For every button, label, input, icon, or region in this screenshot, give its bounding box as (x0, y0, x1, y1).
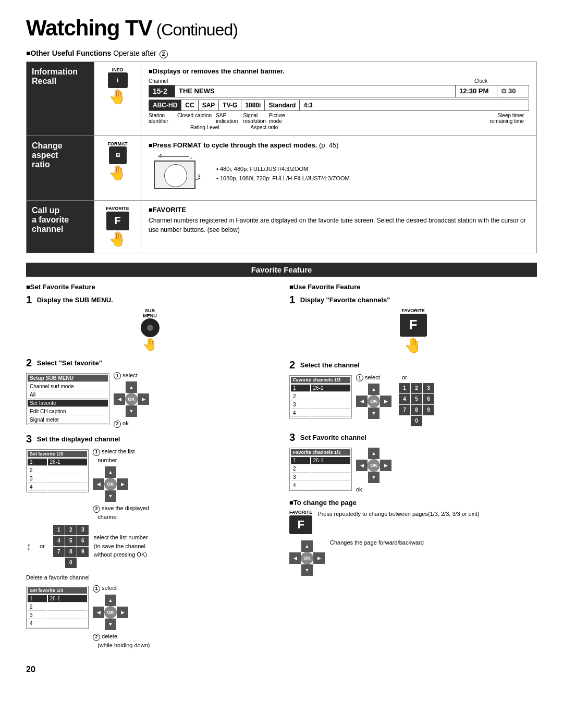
unum-5[interactable]: 5 (411, 394, 422, 404)
num-9[interactable]: 9 (77, 547, 89, 557)
dpad-ok-3[interactable]: OK (104, 478, 117, 490)
dpad-down-cp[interactable]: ▼ (301, 564, 313, 576)
dpad-down[interactable]: ▼ (126, 405, 137, 417)
menu-item-1[interactable]: Channel surf mode (28, 383, 108, 390)
fav-row-3[interactable]: 3 (28, 475, 47, 483)
dpad-right-u2[interactable]: ▶ (380, 396, 391, 407)
use-row-3[interactable]: 3 (291, 401, 310, 409)
unum-9[interactable]: 9 (423, 405, 434, 415)
change-page-desc2: Changes the page forward/backward (330, 538, 424, 547)
set-step3-num: 3 (26, 433, 32, 445)
menu-item-set-fav[interactable]: Set favorite (28, 400, 108, 407)
format-button[interactable]: ⊞ (109, 146, 127, 164)
dpad-use-step2[interactable]: ▲ ◀ OK ▶ ▼ (356, 384, 391, 419)
dpad-right-del[interactable]: ▶ (117, 607, 128, 618)
dpad-left-u2[interactable]: ◀ (356, 396, 368, 407)
change-aspect-label: Change aspect ratio (27, 135, 94, 200)
circle-2: 2 (160, 50, 168, 58)
use3-row-1[interactable]: 1 (291, 457, 310, 464)
unum-2[interactable]: 2 (411, 383, 422, 393)
num-5[interactable]: 5 (65, 536, 77, 546)
unum-8[interactable]: 8 (411, 405, 422, 415)
dpad-step3[interactable]: ▲ ◀ OK ▶ ▼ (93, 466, 128, 502)
dpad-down-u2[interactable]: ▼ (368, 408, 380, 419)
dpad-up-u3[interactable]: ▲ (368, 448, 380, 459)
del-row-1b[interactable]: 26-1 (48, 595, 87, 602)
num-1[interactable]: 1 (53, 525, 65, 535)
dpad-left-u3[interactable]: ◀ (356, 460, 368, 471)
use-row-1[interactable]: 1 (291, 385, 310, 392)
dpad-right[interactable]: ▶ (138, 393, 149, 405)
dpad-down-del[interactable]: ▼ (105, 619, 116, 630)
favorite-feature-section: Favorite Feature ■Set Favorite Feature 1… (26, 263, 537, 650)
info-button[interactable]: i (108, 72, 128, 88)
use-fav-f-btn[interactable]: F (400, 314, 427, 337)
dpad-left[interactable]: ◀ (114, 393, 125, 405)
dpad-left-cp[interactable]: ◀ (289, 552, 301, 564)
num-8[interactable]: 8 (65, 547, 77, 557)
menu-item-2[interactable]: All (28, 391, 108, 399)
dpad-down-3[interactable]: ▼ (105, 490, 116, 502)
dpad-ok-cp[interactable]: OK (301, 552, 313, 564)
use3-row-4[interactable]: 4 (291, 482, 310, 489)
dpad-right-cp[interactable]: ▶ (313, 552, 325, 564)
num-6[interactable]: 6 (77, 536, 89, 546)
dpad-change-page[interactable]: ▲ ◀ OK ▶ ▼ (289, 540, 325, 576)
dpad-delete[interactable]: ▲ ◀ OK ▶ ▼ (93, 595, 128, 630)
use-row-2[interactable]: 2 (291, 393, 310, 400)
channel-bar-2: ABC-HD CC SAP TV-G 1080i Standard 4:3 (149, 100, 529, 111)
dpad-right-3[interactable]: ▶ (117, 478, 128, 490)
use3-row-2[interactable]: 2 (291, 465, 310, 473)
fav-row-1[interactable]: 1 (28, 459, 47, 466)
dpad-up[interactable]: ▲ (126, 381, 137, 393)
num-2[interactable]: 2 (65, 525, 77, 535)
use3-row-3[interactable]: 3 (291, 474, 310, 481)
dpad-ok-del[interactable]: OK (104, 606, 117, 619)
sub-menu-button[interactable] (141, 318, 160, 337)
dpad-up-del[interactable]: ▲ (105, 595, 116, 606)
dpad-step2[interactable]: ▲ ◀ OK ▶ ▼ (114, 381, 149, 417)
favorite-f-button[interactable]: F (106, 212, 129, 230)
unum-7[interactable]: 7 (399, 405, 410, 415)
dpad-ok-u3[interactable]: OK (368, 459, 380, 472)
fav-row-2[interactable]: 2 (28, 467, 47, 474)
num-4[interactable]: 4 (53, 536, 65, 546)
dpad-ok[interactable]: OK (125, 393, 138, 405)
unum-3[interactable]: 3 (423, 383, 434, 393)
menu-item-edit[interactable]: Edit CH caption (28, 408, 108, 415)
del-row-4[interactable]: 4 (28, 620, 47, 627)
format-page-ref: (p. 45) (319, 141, 339, 149)
dpad-up-3[interactable]: ▲ (105, 466, 116, 478)
num-3[interactable]: 3 (77, 525, 89, 535)
dpad-up-cp[interactable]: ▲ (301, 540, 313, 552)
change-page-f-btn[interactable]: F (289, 515, 312, 534)
dpad-right-u3[interactable]: ▶ (380, 460, 391, 471)
num-7[interactable]: 7 (53, 547, 65, 557)
use-step2-content: Favorite channels 1/3 126-1 2 3 4 1 sele… (289, 373, 537, 426)
fav-row-1b[interactable]: 26-1 (48, 459, 87, 466)
arrow-right: → (188, 155, 193, 161)
use3-row-1b[interactable]: 26-1 (311, 457, 350, 464)
menu-item-signal[interactable]: Signal meter (28, 416, 108, 424)
dpad-use-step3[interactable]: ▲ ◀ OK ▶ ▼ (356, 448, 391, 483)
del-row-2[interactable]: 2 (28, 603, 47, 611)
use-row-1b[interactable]: 26-1 (311, 385, 350, 392)
dpad-up-u2[interactable]: ▲ (368, 384, 380, 395)
unum-6[interactable]: 6 (423, 394, 434, 404)
fav-row-4[interactable]: 4 (28, 484, 47, 491)
dpad-down-u3[interactable]: ▼ (368, 472, 380, 483)
cc-label: Closed caption (177, 113, 212, 124)
del-row-3[interactable]: 3 (28, 612, 47, 619)
unum-0[interactable]: 0 (411, 416, 422, 426)
del-row-1[interactable]: 1 (28, 595, 47, 602)
change-page-fav-btn: FAVORITE F (289, 510, 312, 534)
use-row-4[interactable]: 4 (291, 410, 310, 417)
unum-1[interactable]: 1 (399, 383, 410, 393)
use-fav-header: Favorite channels 1/3 (291, 377, 350, 384)
dpad-left-3[interactable]: ◀ (93, 478, 104, 490)
num-0[interactable]: 0 (65, 558, 77, 568)
dpad-ok-u2[interactable]: OK (368, 395, 380, 408)
unum-4[interactable]: 4 (399, 394, 410, 404)
use-step2-num: 2 (289, 359, 295, 371)
dpad-left-del[interactable]: ◀ (93, 607, 104, 618)
